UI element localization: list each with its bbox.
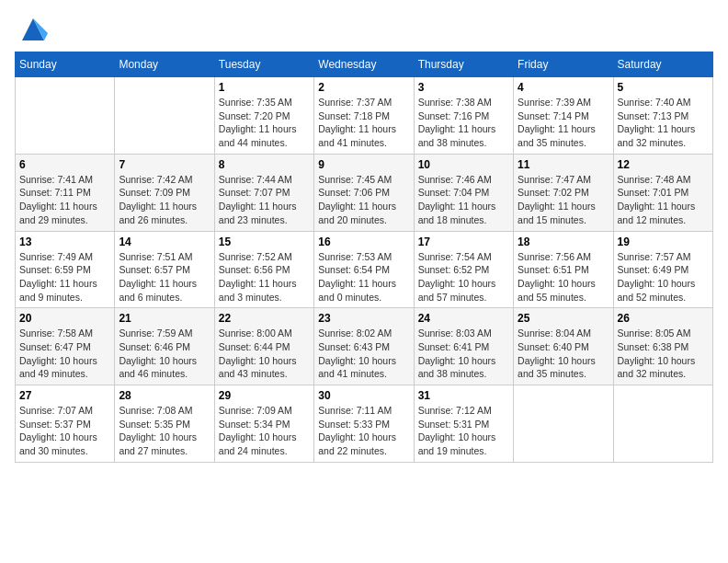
calendar-cell	[613, 385, 712, 463]
day-info: Sunrise: 7:46 AMSunset: 7:04 PMDaylight:…	[418, 173, 509, 227]
day-number: 4	[518, 81, 609, 94]
day-info: Sunrise: 8:02 AMSunset: 6:43 PMDaylight:…	[318, 327, 409, 381]
day-number: 15	[219, 236, 310, 248]
day-info: Sunrise: 7:12 AMSunset: 5:31 PMDaylight:…	[418, 404, 509, 458]
day-number: 10	[418, 158, 509, 171]
day-number: 8	[219, 158, 310, 171]
calendar-header-wednesday: Wednesday	[314, 52, 414, 77]
calendar-cell	[115, 77, 214, 155]
calendar-cell: 26Sunrise: 8:05 AMSunset: 6:38 PMDayligh…	[613, 308, 712, 385]
day-number: 1	[219, 81, 310, 94]
day-number: 14	[119, 236, 210, 248]
calendar-cell: 11Sunrise: 7:47 AMSunset: 7:02 PMDayligh…	[514, 154, 613, 231]
day-number: 17	[418, 236, 509, 248]
day-number: 23	[318, 312, 409, 325]
calendar-table: SundayMondayTuesdayWednesdayThursdayFrid…	[15, 52, 713, 463]
day-number: 30	[318, 389, 409, 402]
calendar-cell: 31Sunrise: 7:12 AMSunset: 5:31 PMDayligh…	[414, 385, 513, 463]
day-number: 5	[618, 81, 709, 94]
day-info: Sunrise: 7:42 AMSunset: 7:09 PMDaylight:…	[119, 173, 210, 227]
day-info: Sunrise: 7:51 AMSunset: 6:57 PMDaylight:…	[119, 250, 210, 304]
day-info: Sunrise: 7:35 AMSunset: 7:20 PMDaylight:…	[219, 96, 310, 150]
calendar-cell: 29Sunrise: 7:09 AMSunset: 5:34 PMDayligh…	[214, 385, 313, 463]
day-info: Sunrise: 7:09 AMSunset: 5:34 PMDaylight:…	[219, 404, 310, 458]
calendar-cell: 17Sunrise: 7:54 AMSunset: 6:52 PMDayligh…	[414, 231, 513, 308]
day-number: 24	[418, 312, 509, 325]
day-number: 28	[119, 389, 210, 402]
day-info: Sunrise: 7:56 AMSunset: 6:51 PMDaylight:…	[518, 250, 609, 304]
day-number: 18	[518, 236, 609, 248]
day-number: 11	[518, 158, 609, 171]
calendar-week-row: 13Sunrise: 7:49 AMSunset: 6:59 PMDayligh…	[16, 231, 713, 308]
day-info: Sunrise: 7:44 AMSunset: 7:07 PMDaylight:…	[219, 173, 310, 227]
day-number: 21	[119, 312, 210, 325]
day-number: 9	[318, 158, 409, 171]
calendar-cell: 12Sunrise: 7:48 AMSunset: 7:01 PMDayligh…	[613, 154, 712, 231]
calendar-header-tuesday: Tuesday	[214, 52, 313, 77]
day-info: Sunrise: 7:58 AMSunset: 6:47 PMDaylight:…	[19, 327, 110, 381]
calendar-header-row: SundayMondayTuesdayWednesdayThursdayFrid…	[16, 52, 713, 77]
day-info: Sunrise: 7:39 AMSunset: 7:14 PMDaylight:…	[518, 96, 609, 150]
day-number: 27	[19, 389, 110, 402]
day-info: Sunrise: 7:47 AMSunset: 7:02 PMDaylight:…	[518, 173, 609, 227]
day-info: Sunrise: 7:57 AMSunset: 6:49 PMDaylight:…	[618, 250, 709, 304]
calendar-cell: 5Sunrise: 7:40 AMSunset: 7:13 PMDaylight…	[613, 77, 712, 155]
day-info: Sunrise: 7:54 AMSunset: 6:52 PMDaylight:…	[418, 250, 509, 304]
day-info: Sunrise: 7:37 AMSunset: 7:18 PMDaylight:…	[318, 96, 409, 150]
day-info: Sunrise: 8:00 AMSunset: 6:44 PMDaylight:…	[219, 327, 310, 381]
calendar-cell: 4Sunrise: 7:39 AMSunset: 7:14 PMDaylight…	[514, 77, 613, 155]
calendar-cell: 22Sunrise: 8:00 AMSunset: 6:44 PMDayligh…	[214, 308, 313, 385]
day-number: 2	[318, 81, 409, 94]
day-number: 6	[19, 158, 110, 171]
calendar-header-sunday: Sunday	[16, 52, 115, 77]
day-number: 25	[518, 312, 609, 325]
day-number: 13	[19, 236, 110, 248]
calendar-cell: 9Sunrise: 7:45 AMSunset: 7:06 PMDaylight…	[314, 154, 414, 231]
calendar-cell: 10Sunrise: 7:46 AMSunset: 7:04 PMDayligh…	[414, 154, 513, 231]
day-info: Sunrise: 7:07 AMSunset: 5:37 PMDaylight:…	[19, 404, 110, 458]
day-info: Sunrise: 7:59 AMSunset: 6:46 PMDaylight:…	[119, 327, 210, 381]
day-info: Sunrise: 7:49 AMSunset: 6:59 PMDaylight:…	[19, 250, 110, 304]
calendar-cell: 6Sunrise: 7:41 AMSunset: 7:11 PMDaylight…	[16, 154, 115, 231]
day-info: Sunrise: 7:38 AMSunset: 7:16 PMDaylight:…	[418, 96, 509, 150]
calendar-cell: 18Sunrise: 7:56 AMSunset: 6:51 PMDayligh…	[514, 231, 613, 308]
day-info: Sunrise: 7:08 AMSunset: 5:35 PMDaylight:…	[119, 404, 210, 458]
calendar-cell: 7Sunrise: 7:42 AMSunset: 7:09 PMDaylight…	[115, 154, 214, 231]
calendar-cell: 25Sunrise: 8:04 AMSunset: 6:40 PMDayligh…	[514, 308, 613, 385]
calendar-cell: 23Sunrise: 8:02 AMSunset: 6:43 PMDayligh…	[314, 308, 414, 385]
page-header	[15, 15, 713, 44]
day-info: Sunrise: 7:48 AMSunset: 7:01 PMDaylight:…	[618, 173, 709, 227]
calendar-cell: 27Sunrise: 7:07 AMSunset: 5:37 PMDayligh…	[16, 385, 115, 463]
day-number: 12	[618, 158, 709, 171]
calendar-cell: 19Sunrise: 7:57 AMSunset: 6:49 PMDayligh…	[613, 231, 712, 308]
day-number: 22	[219, 312, 310, 325]
calendar-cell: 14Sunrise: 7:51 AMSunset: 6:57 PMDayligh…	[115, 231, 214, 308]
day-info: Sunrise: 7:53 AMSunset: 6:54 PMDaylight:…	[318, 250, 409, 304]
calendar-cell: 15Sunrise: 7:52 AMSunset: 6:56 PMDayligh…	[214, 231, 313, 308]
calendar-cell	[514, 385, 613, 463]
calendar-week-row: 27Sunrise: 7:07 AMSunset: 5:37 PMDayligh…	[16, 385, 713, 463]
calendar-cell: 3Sunrise: 7:38 AMSunset: 7:16 PMDaylight…	[414, 77, 513, 155]
calendar-cell: 28Sunrise: 7:08 AMSunset: 5:35 PMDayligh…	[115, 385, 214, 463]
day-info: Sunrise: 7:52 AMSunset: 6:56 PMDaylight:…	[219, 250, 310, 304]
calendar-header-saturday: Saturday	[613, 52, 712, 77]
day-info: Sunrise: 8:03 AMSunset: 6:41 PMDaylight:…	[418, 327, 509, 381]
calendar-header-thursday: Thursday	[414, 52, 513, 77]
day-info: Sunrise: 7:40 AMSunset: 7:13 PMDaylight:…	[618, 96, 709, 150]
day-number: 3	[418, 81, 509, 94]
day-info: Sunrise: 7:45 AMSunset: 7:06 PMDaylight:…	[318, 173, 409, 227]
logo-icon	[18, 15, 48, 44]
calendar-cell: 2Sunrise: 7:37 AMSunset: 7:18 PMDaylight…	[314, 77, 414, 155]
day-number: 26	[618, 312, 709, 325]
calendar-cell: 8Sunrise: 7:44 AMSunset: 7:07 PMDaylight…	[214, 154, 313, 231]
calendar-cell: 16Sunrise: 7:53 AMSunset: 6:54 PMDayligh…	[314, 231, 414, 308]
day-info: Sunrise: 7:11 AMSunset: 5:33 PMDaylight:…	[318, 404, 409, 458]
calendar-header-friday: Friday	[514, 52, 613, 77]
calendar-cell	[16, 77, 115, 155]
calendar-week-row: 20Sunrise: 7:58 AMSunset: 6:47 PMDayligh…	[16, 308, 713, 385]
logo	[15, 15, 48, 44]
day-number: 29	[219, 389, 310, 402]
calendar-week-row: 1Sunrise: 7:35 AMSunset: 7:20 PMDaylight…	[16, 77, 713, 155]
calendar-cell: 20Sunrise: 7:58 AMSunset: 6:47 PMDayligh…	[16, 308, 115, 385]
day-number: 7	[119, 158, 210, 171]
